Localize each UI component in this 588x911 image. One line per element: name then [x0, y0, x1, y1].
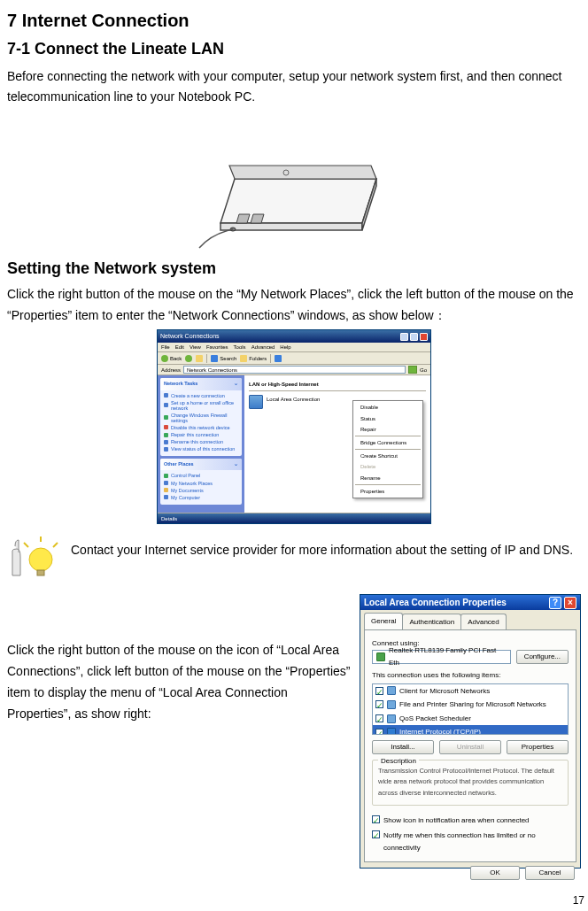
other-places-panel: Other Places⌄ Control Panel My Network P…	[160, 459, 242, 505]
uses-label: This connection uses the following items…	[372, 669, 569, 682]
task-item[interactable]: View status of this connection	[164, 446, 238, 452]
checkbox-icon[interactable]	[372, 830, 380, 838]
tab-general[interactable]: General	[364, 613, 403, 630]
explorer-sidebar: Network Tasks⌄ Create a new connection S…	[158, 375, 244, 513]
configure-button[interactable]: Configure...	[516, 650, 569, 664]
properties-button[interactable]: Properties	[507, 740, 569, 754]
checkbox-icon[interactable]	[375, 714, 383, 722]
nic-name: Realtek RTL8139 Family PCI Fast Eth	[389, 645, 507, 668]
ctx-status[interactable]: Status	[353, 413, 422, 424]
ctx-repair[interactable]: Repair	[353, 424, 422, 435]
laptop-illustration	[194, 117, 394, 250]
description-group: Description Transmission Control Protoco…	[372, 760, 569, 806]
minimize-button[interactable]	[400, 333, 408, 341]
checkbox-icon[interactable]	[372, 815, 380, 823]
svg-rect-12	[37, 570, 44, 575]
service-icon	[387, 714, 396, 723]
list-item[interactable]: QoS Packet Scheduler	[373, 712, 568, 726]
views-button[interactable]	[275, 355, 282, 362]
tip-block: Contact your Internet service provider f…	[7, 533, 581, 582]
list-item[interactable]: Client for Microsoft Networks	[373, 684, 568, 699]
ctx-bridge[interactable]: Bridge Connections	[353, 437, 422, 448]
menu-view[interactable]: View	[190, 343, 201, 351]
place-item[interactable]: Control Panel	[164, 473, 238, 478]
menu-edit[interactable]: Edit	[175, 343, 184, 351]
go-label: Go	[420, 366, 427, 374]
ctx-rename[interactable]: Rename	[353, 473, 422, 483]
ctx-disable[interactable]: Disable	[353, 402, 422, 413]
maximize-button[interactable]	[410, 333, 418, 341]
subsection-title: Setting the Network system	[7, 255, 581, 282]
ctx-delete: Delete	[353, 461, 422, 472]
checkbox-icon[interactable]	[375, 729, 383, 735]
connection-group-header: LAN or High-Speed Internet	[249, 378, 426, 390]
task-item[interactable]: Set up a home or small office network	[164, 400, 238, 411]
context-menu: Disable Status Repair Bridge Connections…	[352, 400, 423, 498]
protocol-icon	[387, 728, 396, 734]
address-label: Address	[161, 366, 181, 374]
menu-tools[interactable]: Tools	[234, 343, 246, 351]
setting-paragraph: Click the right button of the mouse on t…	[7, 284, 581, 327]
lightbulb-hand-icon	[7, 533, 60, 582]
svg-marker-5	[251, 214, 264, 223]
task-item[interactable]: Disable this network device	[164, 425, 238, 430]
protocol-list[interactable]: Client for Microsoft Networks File and P…	[372, 683, 569, 735]
notify-checkbox[interactable]: Notify me when this connection has limit…	[372, 830, 569, 853]
ctx-shortcut[interactable]: Create Shortcut	[353, 451, 422, 461]
menu-advanced[interactable]: Advanced	[251, 343, 275, 351]
intro-paragraph: Before connecting the network with your …	[7, 66, 581, 109]
svg-marker-1	[220, 223, 362, 230]
place-item[interactable]: My Documents	[164, 488, 238, 493]
close-button[interactable]	[420, 333, 428, 341]
chapter-title: 7 Internet Connection	[7, 5, 581, 35]
show-icon-checkbox[interactable]: Show icon in notification area when conn…	[372, 814, 569, 827]
task-item[interactable]: Rename this connection	[164, 439, 238, 444]
tab-authentication[interactable]: Authentication	[402, 614, 461, 630]
nic-icon	[376, 652, 385, 661]
dialog-titlebar: Local Area Connection Properties ? ×	[360, 595, 580, 610]
list-item-selected[interactable]: Internet Protocol (TCP/IP)	[373, 725, 568, 734]
svg-point-8	[29, 548, 52, 571]
place-item[interactable]: My Computer	[164, 495, 238, 500]
install-button[interactable]: Install...	[372, 740, 434, 754]
tab-advanced[interactable]: Advanced	[460, 614, 507, 630]
back-button[interactable]: Back	[161, 354, 182, 363]
menu-help[interactable]: Help	[280, 343, 290, 351]
task-item[interactable]: Create a new connection	[164, 393, 238, 398]
task-item[interactable]: Change Windows Firewall settings	[164, 413, 238, 423]
network-connection-icon	[249, 395, 263, 409]
menu-favorites[interactable]: Favorites	[206, 343, 228, 351]
uninstall-button: Uninstall	[439, 740, 501, 754]
description-label: Description	[378, 755, 419, 768]
network-tasks-panel: Network Tasks⌄ Create a new connection S…	[160, 378, 242, 456]
address-field[interactable]: Network Connections	[183, 366, 406, 374]
search-button[interactable]: Search	[211, 354, 236, 363]
help-button[interactable]: ?	[549, 597, 561, 609]
window-titlebar: Network Connections	[158, 330, 430, 343]
menu-file[interactable]: File	[161, 343, 170, 351]
status-bar: Details	[158, 513, 430, 523]
checkbox-icon[interactable]	[375, 700, 383, 708]
svg-line-11	[24, 543, 28, 547]
menu-bar: File Edit View Favorites Tools Advanced …	[158, 343, 430, 352]
dialog-title-text: Local Area Connection Properties	[364, 595, 507, 610]
place-item[interactable]: My Network Places	[164, 481, 238, 486]
ok-button[interactable]: OK	[470, 866, 520, 880]
window-title-text: Network Connections	[160, 331, 220, 342]
checkbox-icon[interactable]	[375, 687, 383, 695]
close-button[interactable]: ×	[564, 597, 576, 609]
cancel-button[interactable]: Cancel	[525, 866, 575, 880]
list-item[interactable]: File and Printer Sharing for Microsoft N…	[373, 698, 568, 712]
folders-button[interactable]: Folders	[240, 354, 267, 363]
forward-button[interactable]	[185, 355, 192, 362]
task-item[interactable]: Repair this connection	[164, 432, 238, 437]
up-button[interactable]	[196, 355, 203, 362]
tab-page-general: Connect using: Realtek RTL8139 Family PC…	[364, 629, 576, 861]
dialog-footer: OK Cancel	[360, 866, 580, 885]
go-button[interactable]	[408, 366, 417, 374]
page-number: 17	[573, 892, 584, 909]
address-bar: Address Network Connections Go	[158, 365, 430, 375]
ctx-properties[interactable]: Properties	[353, 486, 422, 497]
svg-line-10	[53, 543, 58, 547]
svg-marker-4	[236, 214, 250, 223]
